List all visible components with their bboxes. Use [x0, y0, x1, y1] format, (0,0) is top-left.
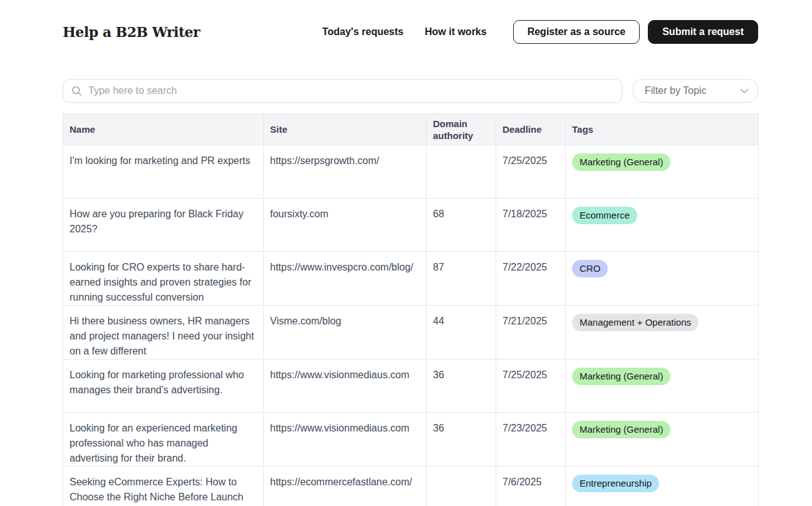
- request-name: How are you preparing for Black Friday 2…: [70, 207, 257, 237]
- request-name: Seeking eCommerce Experts: How to Choose…: [70, 475, 257, 505]
- request-deadline: 7/23/2025: [502, 423, 547, 433]
- search-icon: [71, 85, 82, 99]
- requests-table: Name Site Domain authority Deadline Tags…: [63, 113, 759, 506]
- request-site: https://www.visionmediaus.com: [270, 421, 420, 436]
- request-site: foursixty.com: [270, 207, 420, 222]
- request-deadline: 7/22/2025: [502, 262, 547, 272]
- request-deadline: 7/25/2025: [502, 155, 547, 166]
- filter-by-topic-dropdown[interactable]: Filter by Topic: [633, 79, 758, 103]
- tag-pill: Ecommerce: [572, 207, 637, 224]
- chevron-down-icon: [740, 85, 749, 96]
- request-tags: Ecommerce: [572, 210, 637, 220]
- request-name: Looking for an experienced marketing pro…: [70, 421, 257, 466]
- request-name: Looking for marketing professional who m…: [70, 368, 257, 398]
- request-tags: CRO: [572, 263, 608, 274]
- request-domain-authority: 44: [433, 316, 444, 326]
- table-row[interactable]: How are you preparing for Black Friday 2…: [63, 199, 759, 252]
- site-logo[interactable]: Help a B2B Writer: [63, 24, 200, 40]
- request-site: https://serpsgrowth.com/: [270, 153, 420, 168]
- request-domain-authority: 36: [433, 369, 444, 380]
- tag-pill: CRO: [572, 260, 608, 277]
- tag-pill: Entrepreneurship: [572, 475, 659, 492]
- search-input[interactable]: [63, 79, 622, 103]
- request-tags: Entrepreneurship: [572, 478, 659, 488]
- nav-group: Today's requests How it works Register a…: [322, 20, 758, 44]
- column-header-tags: Tags: [566, 114, 759, 145]
- table-header: Name Site Domain authority Deadline Tags: [63, 114, 759, 145]
- filter-dropdown-label: Filter by Topic: [645, 85, 706, 96]
- tag-pill: Marketing (General): [572, 153, 670, 171]
- table-row[interactable]: Looking for an experienced marketing pro…: [63, 413, 759, 467]
- nav-link-todays-requests[interactable]: Today's requests: [322, 26, 403, 38]
- column-header-site: Site: [264, 114, 427, 145]
- request-name: Hi there business owners, HR managers an…: [70, 314, 257, 359]
- request-site: https://ecommercefastlane.com/: [270, 475, 420, 490]
- tag-pill: Marketing (General): [572, 368, 670, 385]
- table-row[interactable]: I'm looking for marketing and PR experts…: [63, 145, 759, 199]
- column-header-domain-authority: Domain authority: [427, 114, 496, 145]
- request-tags: Marketing (General): [572, 157, 670, 167]
- column-header-name: Name: [63, 114, 264, 145]
- page: Help a B2B Writer Today's requests How i…: [63, 0, 758, 506]
- search-box: [63, 79, 622, 103]
- nav-link-how-it-works[interactable]: How it works: [425, 26, 487, 38]
- register-as-source-button[interactable]: Register as a source: [513, 20, 640, 44]
- request-tags: Marketing (General): [572, 424, 670, 435]
- column-header-deadline: Deadline: [496, 114, 566, 145]
- top-navigation-bar: Help a B2B Writer Today's requests How i…: [63, 0, 758, 44]
- request-deadline: 7/6/2025: [502, 477, 541, 487]
- table-row[interactable]: Looking for marketing professional who m…: [63, 359, 759, 413]
- request-tags: Management + Operations: [572, 317, 699, 328]
- request-domain-authority: 87: [433, 262, 444, 272]
- request-site: https://www.invespcro.com/blog/: [270, 260, 420, 275]
- request-name: I'm looking for marketing and PR experts: [70, 153, 257, 168]
- request-tags: Marketing (General): [572, 371, 670, 381]
- request-deadline: 7/25/2025: [502, 369, 547, 380]
- request-domain-authority: 36: [433, 423, 444, 433]
- request-domain-authority: 68: [433, 209, 444, 219]
- search-filter-row: Filter by Topic: [63, 79, 758, 103]
- table-row[interactable]: Looking for CRO experts to share hard-ea…: [63, 252, 759, 306]
- table-row[interactable]: Seeking eCommerce Experts: How to Choose…: [63, 467, 759, 506]
- tag-pill: Management + Operations: [572, 314, 699, 331]
- request-site: https://www.visionmediaus.com: [270, 368, 420, 383]
- table-row[interactable]: Hi there business owners, HR managers an…: [63, 306, 759, 359]
- request-name: Looking for CRO experts to share hard-ea…: [70, 260, 257, 305]
- request-site: Visme.com/blog: [270, 314, 420, 329]
- request-deadline: 7/21/2025: [502, 316, 547, 326]
- submit-request-button[interactable]: Submit a request: [648, 20, 758, 44]
- request-deadline: 7/18/2025: [502, 209, 547, 219]
- tag-pill: Marketing (General): [572, 421, 670, 438]
